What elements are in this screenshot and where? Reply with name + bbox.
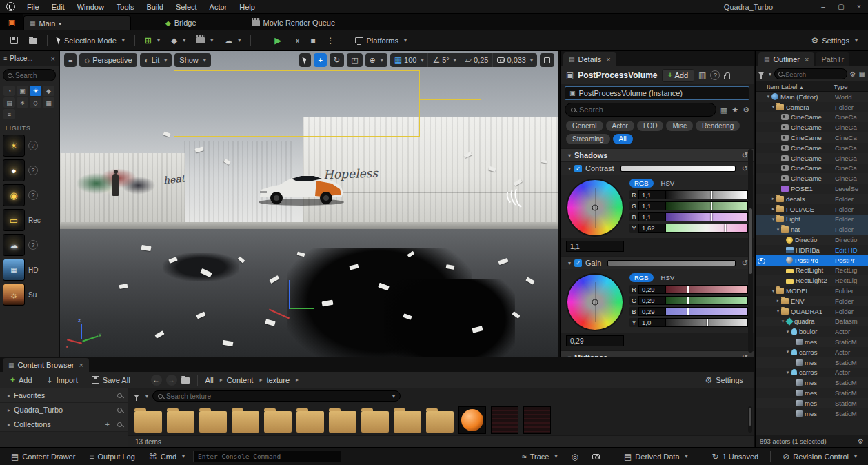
breadcrumb-texture[interactable]: texture	[266, 376, 290, 384]
place-category-button[interactable]: ▣	[17, 86, 28, 96]
outliner-search-input[interactable]	[785, 70, 843, 78]
filter-chip[interactable]: Actor	[606, 121, 634, 131]
asset-tile[interactable]	[231, 406, 260, 433]
expander-icon[interactable]: ▸	[775, 298, 781, 304]
slider-handle[interactable]	[687, 297, 689, 304]
instance-field[interactable]: ▣ PostProcessVolume (Instance)	[565, 86, 749, 100]
channel-slider[interactable]	[666, 318, 748, 327]
property-matrix-icon[interactable]: ▦	[720, 106, 727, 115]
outliner-row[interactable]: ▸ ENV Folder	[756, 296, 868, 306]
outliner-row[interactable]: ▾ nat Folder	[756, 224, 868, 235]
filter-chip[interactable]: Streaming	[566, 134, 610, 144]
channel-value[interactable]: 0,29	[638, 285, 666, 294]
cinematics-dropdown[interactable]: ▾	[192, 32, 218, 49]
selection-mode-dropdown[interactable]: Selection Mode ▾	[52, 32, 130, 49]
tab-content-browser[interactable]: ▦ Content Browser ×	[3, 358, 89, 372]
cb-filter-icon[interactable]	[134, 395, 139, 398]
asset-tile[interactable]	[361, 406, 390, 433]
section-shadows[interactable]: ▾ Shadows ↺	[561, 148, 754, 161]
cb-nav-item[interactable]: ▸ Quadra_Turbo +	[0, 403, 128, 417]
asset-tile[interactable]	[199, 406, 228, 433]
place-category-button[interactable]: ▤	[3, 97, 15, 108]
outliner-search[interactable]	[774, 68, 847, 79]
console-command-field[interactable]	[193, 451, 341, 462]
outliner-row[interactable]: PostPro PostPr	[756, 255, 868, 266]
channel-slider[interactable]	[666, 212, 748, 221]
level-tab-main[interactable]: ▦ Main •	[23, 15, 131, 30]
color-channel-row[interactable]: G 0,29	[629, 296, 748, 305]
channel-slider[interactable]	[666, 296, 748, 305]
menu-item[interactable]: Tools	[110, 0, 141, 14]
expander-icon[interactable]: ▾	[785, 349, 791, 355]
expander-icon[interactable]: ▾	[785, 329, 791, 335]
outliner-row[interactable]: ▾ Main (Editor) World	[756, 92, 868, 102]
outliner-row[interactable]: CineCame CineCa	[756, 112, 868, 123]
outliner-row[interactable]: HDRIBa Edit HD	[756, 245, 868, 255]
tab-details[interactable]: ▤ Details ×	[563, 52, 616, 66]
search-icon[interactable]	[117, 408, 122, 413]
reset-icon[interactable]: ↺	[742, 151, 748, 160]
console-input[interactable]	[198, 453, 336, 460]
asset-tile[interactable]	[458, 406, 487, 434]
screenshot-button[interactable]	[587, 450, 605, 464]
display-settings-icon[interactable]: ⚙	[743, 106, 749, 115]
outliner-row[interactable]: ▾ Camera Folder	[756, 102, 868, 112]
viewport-scene[interactable]: heat Hopeless	[60, 51, 558, 357]
movie-render-queue-button[interactable]: Movie Render Queue	[245, 15, 343, 30]
sliders-icon[interactable]: ▥	[698, 70, 706, 80]
details-search-input[interactable]	[579, 106, 710, 114]
filter-chip[interactable]: Misc	[666, 121, 693, 131]
insights-record-button[interactable]: ◎	[566, 450, 584, 464]
filter-icon[interactable]	[758, 72, 764, 76]
channel-slider[interactable]	[666, 307, 748, 316]
place-category-button[interactable]: ☀	[30, 86, 41, 96]
scale-tool-button[interactable]: ◰	[347, 53, 362, 67]
unsaved-changes-button[interactable]: ↻ 1 Unsaved	[707, 450, 765, 464]
menu-item[interactable]: Actor	[203, 0, 234, 14]
expander-icon[interactable]: ▾	[785, 370, 791, 375]
coordinate-space-dropdown[interactable]: ⊕▾	[365, 53, 387, 67]
contrast-color-wheel[interactable]	[566, 179, 624, 237]
tab-outliner[interactable]: ▤ Outliner ×	[758, 52, 814, 66]
outliner-row[interactable]: ▾ carros Actor	[756, 368, 868, 378]
outliner-row[interactable]: RectLight RectLig	[756, 266, 868, 276]
quick-add-dropdown[interactable]: ⊞▾	[140, 32, 165, 49]
place-actor-item[interactable]: ● ?	[0, 158, 59, 183]
contrast-checkbox[interactable]: ✓	[574, 165, 582, 172]
place-actor-item[interactable]: ☼ Su	[0, 282, 59, 307]
menu-item[interactable]: Build	[141, 0, 170, 14]
tab-path-tracer[interactable]: PathTr	[816, 52, 849, 66]
slider-handle[interactable]	[687, 308, 689, 315]
outliner-row[interactable]: Directio Directio	[756, 235, 868, 245]
save-button[interactable]	[6, 32, 23, 49]
color-channel-row[interactable]: B 0,29	[629, 307, 748, 316]
expander-icon[interactable]: ▾	[765, 94, 771, 99]
cb-nav-item[interactable]: ▸ Favorites +	[0, 388, 128, 403]
cb-nav-item[interactable]: ▸ Collections +	[0, 417, 128, 432]
gizmo-x-axis[interactable]	[269, 309, 290, 319]
outliner-row[interactable]: ▸ decals Folder	[756, 194, 868, 204]
cmd-dropdown[interactable]: ⌘ Cmd ▾	[143, 450, 190, 464]
close-icon[interactable]: ×	[51, 55, 55, 63]
close-icon[interactable]: ×	[79, 361, 83, 369]
perspective-dropdown[interactable]: ◇ Perspective	[79, 53, 137, 67]
play-button[interactable]: ▶	[270, 32, 286, 49]
color-channel-row[interactable]: Y 1,62	[629, 224, 748, 232]
channel-value[interactable]: 0,29	[638, 307, 666, 316]
platforms-dropdown[interactable]: Platforms ▾	[350, 32, 412, 49]
outliner-footer-settings-icon[interactable]: ⚙	[858, 437, 864, 445]
breadcrumb-content[interactable]: Content	[227, 376, 254, 384]
outliner-row[interactable]: ▸ FOLIAGE Folder	[756, 204, 868, 215]
add-collection-icon[interactable]: +	[105, 420, 110, 428]
color-channel-row[interactable]: G 1,1	[629, 201, 748, 210]
details-scrollbar[interactable]	[748, 149, 753, 353]
cb-import-button[interactable]: ↧ Import	[41, 372, 83, 388]
color-channel-row[interactable]: Y 1,0	[629, 318, 748, 327]
details-search[interactable]	[565, 103, 716, 117]
slider-handle[interactable]	[711, 191, 712, 199]
level-viewport[interactable]: heat Hopeless	[60, 51, 558, 357]
slider-handle[interactable]	[707, 319, 708, 326]
menu-item[interactable]: Window	[71, 0, 110, 14]
menu-item[interactable]: Help	[233, 0, 261, 14]
outliner-row[interactable]: CineCame CineCa	[756, 132, 868, 143]
